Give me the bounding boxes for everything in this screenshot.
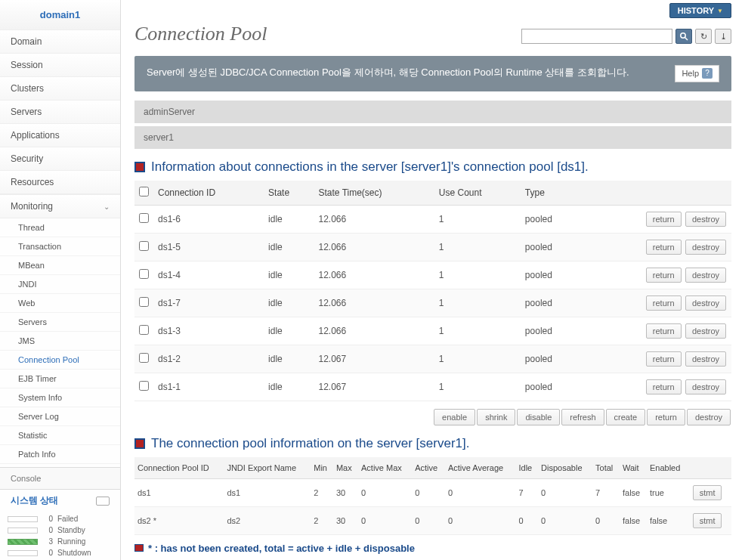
- domain-title[interactable]: domain1: [0, 0, 120, 30]
- col-header[interactable]: Active Average: [445, 457, 516, 479]
- row-checkbox[interactable]: [139, 381, 149, 391]
- nav-sub-patch-info[interactable]: Patch Info: [0, 445, 120, 464]
- nav-sub-thread[interactable]: Thread: [0, 218, 120, 237]
- nav-sub-statistic[interactable]: Statistic: [0, 426, 120, 445]
- row-checkbox[interactable]: [139, 241, 149, 251]
- nav-item-servers[interactable]: Servers: [0, 101, 120, 124]
- destroy-button[interactable]: destroy: [685, 240, 726, 255]
- col-header[interactable]: Type: [521, 181, 581, 206]
- col-header[interactable]: Wait: [620, 457, 647, 479]
- nav-item-resources[interactable]: Resources: [0, 171, 120, 194]
- status-row-standby[interactable]: 0 Standby: [8, 524, 113, 536]
- search-icon[interactable]: [675, 29, 692, 44]
- nav-sub-ejb-timer[interactable]: EJB Timer: [0, 370, 120, 388]
- server-bar-server1[interactable]: server1: [134, 126, 731, 149]
- nav-item-session[interactable]: Session: [0, 54, 120, 77]
- col-header[interactable]: Idle: [515, 457, 538, 479]
- row-checkbox[interactable]: [139, 325, 149, 335]
- nav-sub-servers[interactable]: Servers: [0, 313, 120, 332]
- col-header[interactable]: Min: [311, 457, 333, 479]
- status-row-shutdown[interactable]: 0 Shutdown: [8, 547, 113, 558]
- status-row-running[interactable]: 3 Running: [8, 536, 113, 547]
- nav-sub-system-info[interactable]: System Info: [0, 388, 120, 407]
- col-header[interactable]: State: [264, 181, 314, 206]
- export-icon[interactable]: ⤓: [715, 29, 731, 44]
- server-bar-admin[interactable]: adminServer: [134, 101, 731, 123]
- status-row-failed[interactable]: 0 Failed: [8, 513, 113, 524]
- nav-item-applications[interactable]: Applications: [0, 124, 120, 147]
- destroy-button[interactable]: destroy: [685, 295, 726, 311]
- cell-connection-id: ds1-6: [153, 205, 264, 233]
- stmt-button[interactable]: stmt: [693, 513, 722, 528]
- nav-item-clusters[interactable]: Clusters: [0, 77, 120, 101]
- destroy-button[interactable]: destroy: [685, 268, 726, 283]
- console-header[interactable]: Console: [0, 467, 120, 490]
- nav-sub-jndi[interactable]: JNDI: [0, 275, 120, 294]
- table-row: ds1-3 idle 12.066 1 pooled return destro…: [134, 317, 731, 345]
- nav-item-domain[interactable]: Domain: [0, 30, 120, 54]
- return-button[interactable]: return: [646, 295, 682, 311]
- col-header[interactable]: State Time(sec): [314, 181, 434, 206]
- system-status-header[interactable]: 시스템 상태: [0, 490, 120, 512]
- history-button[interactable]: HISTORY ▼: [669, 3, 731, 18]
- destroy-button[interactable]: destroy: [685, 379, 726, 394]
- col-header[interactable]: Connection Pool ID: [134, 457, 224, 479]
- col-header[interactable]: Total: [592, 457, 620, 479]
- cell-connection-id: ds1-3: [153, 317, 264, 345]
- help-button[interactable]: Help ?: [675, 65, 719, 82]
- stmt-button[interactable]: stmt: [693, 485, 722, 500]
- row-checkbox[interactable]: [139, 297, 149, 307]
- return-button[interactable]: return: [646, 268, 682, 283]
- connections-action-row: enableshrinkdisablerefreshcreatereturnde…: [134, 409, 731, 425]
- cell-state: idle: [264, 317, 314, 345]
- nav-main: DomainSessionClustersServersApplications…: [0, 30, 120, 195]
- shrink-button[interactable]: shrink: [477, 409, 515, 425]
- col-header[interactable]: Enabled: [647, 457, 689, 479]
- table-row: ds1-6 idle 12.066 1 pooled return destro…: [134, 205, 731, 233]
- return-button[interactable]: return: [646, 323, 682, 339]
- col-header[interactable]: Disposable: [538, 457, 592, 479]
- cell-wait: false: [620, 506, 647, 534]
- cell-connection-id: ds1-7: [153, 289, 264, 317]
- return-button[interactable]: return: [646, 240, 682, 255]
- return-button[interactable]: return: [646, 351, 682, 367]
- cell-type: pooled: [521, 345, 581, 373]
- col-header[interactable]: JNDI Export Name: [224, 457, 311, 479]
- return-button[interactable]: return: [646, 212, 682, 227]
- enable-button[interactable]: enable: [434, 409, 475, 425]
- nav-sub-mbean[interactable]: MBean: [0, 256, 120, 275]
- create-button[interactable]: create: [606, 409, 646, 425]
- table-row: ds1-7 idle 12.066 1 pooled return destro…: [134, 289, 731, 317]
- disable-button[interactable]: disable: [517, 409, 560, 425]
- nav-sub-web[interactable]: Web: [0, 294, 120, 313]
- cell-state: idle: [264, 373, 314, 401]
- nav-sub-jms[interactable]: JMS: [0, 332, 120, 351]
- col-header[interactable]: Max: [333, 457, 358, 479]
- status-bar-icon: [8, 528, 38, 534]
- return-button[interactable]: return: [646, 379, 682, 394]
- destroy-button[interactable]: destroy: [685, 323, 726, 339]
- col-header[interactable]: Active Max: [358, 457, 412, 479]
- row-checkbox[interactable]: [139, 353, 149, 363]
- cell-type: pooled: [521, 261, 581, 289]
- row-checkbox[interactable]: [139, 269, 149, 279]
- sidebar: domain1 DomainSessionClustersServersAppl…: [0, 0, 121, 560]
- nav-item-security[interactable]: Security: [0, 147, 120, 171]
- row-checkbox[interactable]: [139, 213, 149, 223]
- select-all-checkbox[interactable]: [139, 187, 149, 196]
- nav-monitoring[interactable]: Monitoring ⌄: [0, 195, 120, 218]
- cell-pool-id: ds1: [134, 478, 224, 506]
- destroy-button[interactable]: destroy: [685, 351, 726, 367]
- col-header[interactable]: Active: [412, 457, 445, 479]
- refresh-button[interactable]: refresh: [561, 409, 604, 425]
- nav-sub-transaction[interactable]: Transaction: [0, 237, 120, 256]
- col-header[interactable]: Use Count: [434, 181, 521, 206]
- search-input[interactable]: [521, 29, 672, 44]
- refresh-icon[interactable]: ↻: [695, 29, 712, 44]
- return-button[interactable]: return: [647, 409, 685, 425]
- col-header[interactable]: Connection ID: [153, 181, 264, 206]
- destroy-button[interactable]: destroy: [685, 212, 726, 227]
- nav-sub-server-log[interactable]: Server Log: [0, 407, 120, 426]
- destroy-button[interactable]: destroy: [687, 409, 731, 425]
- nav-sub-connection-pool[interactable]: Connection Pool: [0, 351, 120, 370]
